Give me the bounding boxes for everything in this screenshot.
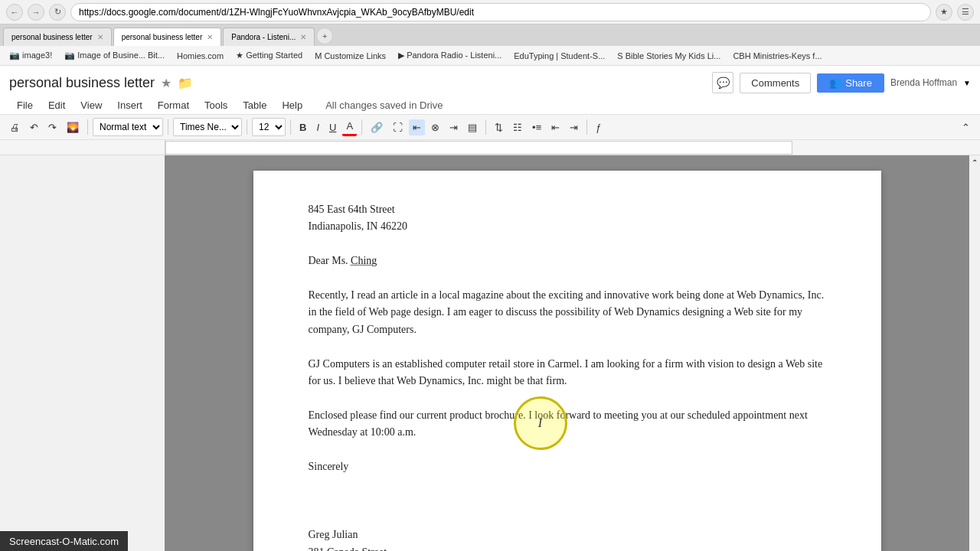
- separator-2: [168, 119, 168, 135]
- tab-1[interactable]: personal business letter ✕: [3, 28, 112, 46]
- blank-line-4: [309, 390, 826, 406]
- image-button[interactable]: ⛶: [389, 119, 407, 135]
- blank-line-2: [309, 270, 826, 287]
- bookmark-2[interactable]: 📷 Image of Busine... Bit...: [60, 49, 169, 62]
- watermark-text: Screencast-O-Matic.com: [9, 536, 119, 547]
- bookmark-3[interactable]: Homies.com: [172, 50, 228, 62]
- menu-file[interactable]: File: [9, 96, 41, 114]
- paragraph-2: GJ Computers is an established computer …: [309, 356, 826, 390]
- bookmark-9[interactable]: CBH Ministries-Keys f...: [728, 50, 826, 62]
- doc-title[interactable]: personal business letter: [9, 75, 155, 91]
- increase-indent-button[interactable]: ⇥: [566, 119, 582, 135]
- browser-nav-bar: ← → ↻ ★ ☰: [0, 0, 980, 24]
- new-tab-button[interactable]: +: [316, 28, 333, 44]
- comment-bubble-icon[interactable]: 💬: [712, 72, 733, 93]
- underline-button[interactable]: U: [325, 119, 340, 135]
- docs-header: personal business letter ★ 📁 💬 Comments …: [0, 66, 980, 115]
- bullet-list-button[interactable]: •≡: [528, 119, 545, 135]
- address-line-2: Indianapolis, IN 46220: [309, 218, 826, 235]
- back-button[interactable]: ←: [6, 4, 23, 21]
- salutation-name: Ching: [351, 255, 377, 266]
- separator-4: [290, 119, 291, 135]
- comments-button[interactable]: Comments: [740, 73, 811, 93]
- undo-button[interactable]: ↶: [26, 119, 42, 135]
- menu-view[interactable]: View: [73, 96, 109, 114]
- autosave-message: All changes saved in Drive: [325, 99, 443, 111]
- title-row: personal business letter ★ 📁 💬 Comments …: [9, 72, 971, 93]
- docs-body: 845 East 64th Street Indianapolis, IN 46…: [0, 155, 980, 551]
- sender-name: Greg Julian: [309, 527, 826, 543]
- collapse-toolbar-button[interactable]: ⌃: [958, 119, 974, 135]
- align-left-button[interactable]: ⇤: [409, 119, 425, 135]
- font-family-select[interactable]: Times Ne... Arial Courier New: [173, 118, 242, 136]
- address-line-1: 845 East 64th Street: [309, 201, 826, 218]
- link-button[interactable]: 🔗: [367, 119, 387, 135]
- menu-button[interactable]: ☰: [957, 4, 974, 21]
- menu-table[interactable]: Table: [235, 96, 274, 114]
- collapse-panel-button[interactable]: ⌃: [969, 155, 980, 551]
- ruler-svg: [165, 141, 792, 155]
- formula-button[interactable]: ƒ: [592, 119, 605, 135]
- user-dropdown-icon[interactable]: ▼: [963, 79, 971, 87]
- blank-line-6: [309, 475, 826, 492]
- separator-6: [485, 119, 486, 135]
- refresh-button[interactable]: ↻: [49, 4, 66, 21]
- align-right-button[interactable]: ⇥: [446, 119, 462, 135]
- star-icon[interactable]: ★: [161, 76, 172, 90]
- paragraph-style-select[interactable]: Normal text Heading 1 Heading 2: [93, 118, 163, 136]
- line-spacing-button[interactable]: ⇅: [491, 119, 507, 135]
- sender-addr-1: 381 Canada Street: [309, 544, 826, 551]
- format-paint-button[interactable]: 🌄: [63, 119, 83, 135]
- menu-edit[interactable]: Edit: [41, 96, 73, 114]
- align-center-button[interactable]: ⊗: [427, 119, 443, 135]
- separator-5: [361, 119, 362, 135]
- ruler: [0, 140, 980, 155]
- align-justify-button[interactable]: ▤: [464, 119, 481, 135]
- tab-2[interactable]: personal business letter ✕: [113, 28, 222, 46]
- italic-button[interactable]: I: [312, 119, 323, 135]
- menu-help[interactable]: Help: [274, 96, 310, 114]
- decrease-indent-button[interactable]: ⇤: [547, 119, 564, 135]
- share-icon: 👥: [829, 77, 841, 89]
- redo-button[interactable]: ↷: [44, 119, 60, 135]
- user-info[interactable]: Brenda Hoffman: [890, 77, 957, 88]
- star-button[interactable]: ★: [936, 4, 952, 21]
- bookmark-4[interactable]: ★ Getting Started: [231, 49, 307, 62]
- left-sidebar: [0, 155, 165, 551]
- blank-line-7: [309, 493, 826, 510]
- tab-3-close[interactable]: ✕: [300, 33, 306, 41]
- menu-tools[interactable]: Tools: [197, 96, 235, 114]
- tab-3-label: Pandora - Listeni...: [231, 33, 296, 41]
- paragraph-1: Recently, I read an article in a local m…: [309, 287, 826, 338]
- tab-3[interactable]: Pandora - Listeni... ✕: [223, 28, 315, 46]
- document-page[interactable]: 845 East 64th Street Indianapolis, IN 46…: [253, 171, 881, 551]
- print-button[interactable]: 🖨: [6, 119, 24, 135]
- share-button[interactable]: 👥 Share: [817, 73, 884, 93]
- bookmark-7[interactable]: EduTyping | Student-S...: [509, 50, 609, 62]
- bookmark-5[interactable]: M Customize Links: [310, 50, 390, 62]
- bookmarks-bar: 📷 image3! 📷 Image of Busine... Bit... Ho…: [0, 46, 980, 66]
- separator-3: [247, 119, 247, 135]
- menu-bar: File Edit View Insert Format Tools Table…: [9, 96, 971, 114]
- folder-icon[interactable]: 📁: [178, 76, 193, 90]
- collapse-icon: ⌃: [972, 158, 978, 167]
- menu-format[interactable]: Format: [150, 96, 197, 114]
- page-area[interactable]: 845 East 64th Street Indianapolis, IN 46…: [165, 155, 969, 551]
- blank-line-1: [309, 236, 826, 253]
- tab-1-close[interactable]: ✕: [97, 33, 103, 41]
- font-size-select[interactable]: 12 11 14: [252, 118, 286, 136]
- ruler-inner: [165, 141, 792, 155]
- numbered-list-button[interactable]: ☷: [509, 119, 526, 135]
- menu-insert[interactable]: Insert: [109, 96, 150, 114]
- bookmark-1[interactable]: 📷 image3!: [5, 49, 57, 62]
- forward-button[interactable]: →: [28, 4, 44, 21]
- tab-2-close[interactable]: ✕: [207, 33, 213, 41]
- address-bar[interactable]: [70, 3, 931, 21]
- bookmark-8[interactable]: S Bible Stories My Kids Li...: [612, 50, 725, 62]
- tabs-bar: personal business letter ✕ personal busi…: [0, 24, 980, 46]
- bold-button[interactable]: B: [296, 119, 310, 135]
- font-color-button[interactable]: A: [342, 118, 357, 136]
- blank-line-8: [309, 510, 826, 527]
- tab-1-label: personal business letter: [11, 33, 93, 41]
- bookmark-6[interactable]: ▶ Pandora Radio - Listeni...: [394, 49, 506, 62]
